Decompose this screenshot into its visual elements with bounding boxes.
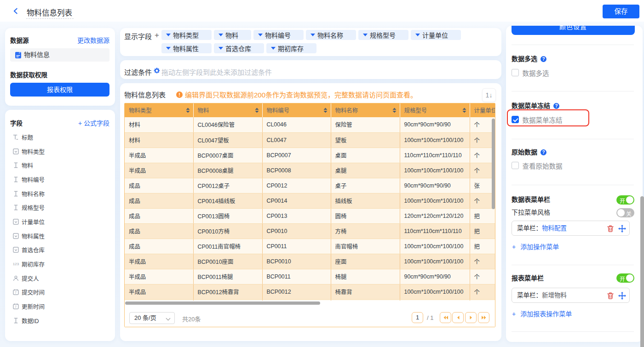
svg-text:7: 7 [15,305,17,308]
svg-text:7: 7 [15,291,17,295]
